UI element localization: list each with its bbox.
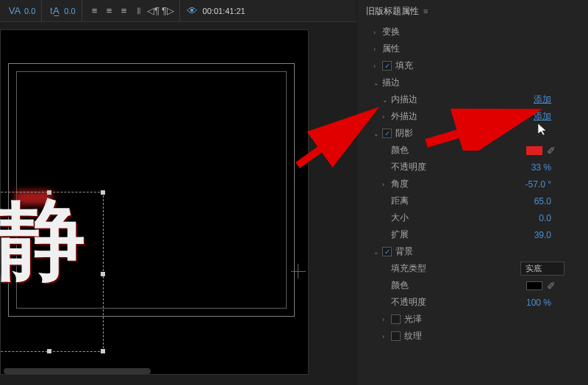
tracking-value[interactable]: 0.0 <box>22 7 37 15</box>
sheen-checkbox[interactable] <box>391 314 401 324</box>
baseline-value[interactable]: 0.0 <box>62 7 77 15</box>
handle-tc[interactable] <box>47 190 51 195</box>
crosshair-v <box>298 264 298 278</box>
align-right-icon[interactable]: ≡ <box>117 4 132 18</box>
section-background[interactable]: ⌄ 背景 <box>357 243 588 260</box>
texture-checkbox[interactable] <box>391 331 401 341</box>
background-checkbox[interactable] <box>382 247 392 256</box>
bg-color-row: 颜色 ✐ <box>357 277 588 294</box>
handle-mr[interactable] <box>101 272 105 276</box>
properties-panel: 旧版标题属性 ≡ › 变换 › 属性 › 填充 ⌄ 描边 ⌄ 内描边 添加 › … <box>356 0 588 385</box>
section-fill[interactable]: › 填充 <box>357 57 588 74</box>
chevron-down-icon[interactable]: ⌄ <box>373 248 382 256</box>
chevron-right-icon[interactable]: › <box>382 181 391 188</box>
handle-br[interactable] <box>101 349 105 353</box>
shadow-size-row: 大小 0.0 <box>357 209 588 226</box>
shadow-angle-row[interactable]: › 角度 -57.0 ° <box>357 176 588 192</box>
eyedropper-icon[interactable]: ✐ <box>547 145 556 156</box>
panel-body: › 变换 › 属性 › 填充 ⌄ 描边 ⌄ 内描边 添加 › 外描边 添加 ⌄ <box>357 22 588 346</box>
chevron-right-icon[interactable]: › <box>373 46 382 53</box>
fill-checkbox[interactable] <box>382 61 392 71</box>
tab2-icon[interactable]: ¶▷ <box>161 4 176 18</box>
align-center-icon[interactable]: ≡ <box>102 4 117 18</box>
section-transform[interactable]: › 变换 <box>357 24 588 40</box>
shadow-size-value[interactable]: 0.0 <box>539 213 551 223</box>
shadow-angle-value[interactable]: -57.0 ° <box>526 179 551 190</box>
bg-texture-row[interactable]: › 纹理 <box>357 328 588 345</box>
shadow-spread-value[interactable]: 39.0 <box>534 230 551 240</box>
section-properties[interactable]: › 属性 <box>357 40 588 57</box>
scrollbar[interactable] <box>4 368 151 374</box>
handle-bc[interactable] <box>47 349 51 353</box>
eyedropper-icon[interactable]: ✐ <box>547 280 556 292</box>
svg-line-3 <box>426 114 526 143</box>
chevron-down-icon[interactable]: ⌄ <box>382 96 391 104</box>
crosshair-h <box>291 271 306 272</box>
selection-bounds[interactable] <box>0 192 104 352</box>
panel-header: 旧版标题属性 ≡ <box>357 0 588 22</box>
shadow-distance-row: 距离 65.0 <box>357 192 588 209</box>
handle-tr[interactable] <box>101 190 105 195</box>
tracking-icon[interactable]: VA <box>7 4 22 18</box>
section-stroke[interactable]: ⌄ 描边 <box>357 74 588 91</box>
canvas[interactable]: 静 <box>0 29 309 375</box>
annotation-arrow-1 <box>290 107 386 173</box>
bg-opacity-row: 不透明度 100 % <box>357 294 588 311</box>
bg-color-swatch[interactable] <box>526 281 542 290</box>
chevron-right-icon[interactable]: › <box>382 333 391 340</box>
canvas-panel: VA 0.0 tA̲ 0.0 ≡ ≡ ≡ ⫴ ◁¶ ¶▷ 👁 00:01:41:… <box>0 0 356 385</box>
visibility-icon[interactable]: 👁 <box>185 4 200 18</box>
shadow-spread-row: 扩展 39.0 <box>357 226 588 243</box>
timecode[interactable]: 00:01:41:21 <box>200 7 245 15</box>
shadow-opacity-value[interactable]: 33 % <box>531 162 551 173</box>
align-left-icon[interactable]: ≡ <box>87 4 102 18</box>
panel-menu-icon[interactable]: ≡ <box>423 7 428 15</box>
bg-sheen-row[interactable]: › 光泽 <box>357 311 588 328</box>
text-toolbar: VA 0.0 tA̲ 0.0 ≡ ≡ ≡ ⫴ ◁¶ ¶▷ 👁 00:01:41:… <box>0 0 356 22</box>
tab-icon[interactable]: ◁¶ <box>146 4 161 18</box>
bg-fill-type-dropdown[interactable]: 实底 <box>520 262 564 276</box>
annotation-arrow-2 <box>419 103 544 151</box>
distribute-icon[interactable]: ⫴ <box>132 4 146 18</box>
chevron-right-icon[interactable]: › <box>382 316 391 323</box>
panel-title: 旧版标题属性 <box>366 5 419 18</box>
chevron-down-icon[interactable]: ⌄ <box>373 79 382 87</box>
bg-fill-type-row: 填充类型 实底 <box>357 260 588 277</box>
bg-opacity-value[interactable]: 100 % <box>526 298 551 308</box>
chevron-right-icon[interactable]: › <box>373 62 382 70</box>
baseline-shift-icon[interactable]: tA̲ <box>47 4 62 18</box>
svg-line-1 <box>298 115 368 165</box>
shadow-distance-value[interactable]: 65.0 <box>534 196 551 206</box>
shadow-opacity-row: 不透明度 33 % <box>357 159 588 176</box>
chevron-right-icon[interactable]: › <box>373 29 382 36</box>
